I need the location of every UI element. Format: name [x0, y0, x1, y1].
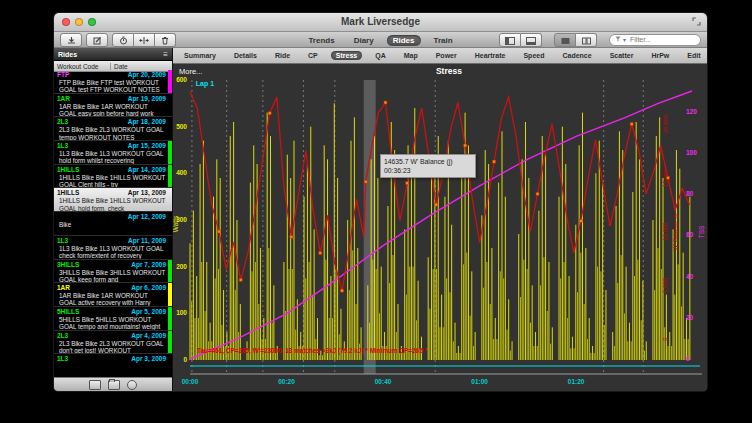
match-marker	[268, 112, 271, 115]
time-tick-label: 00:20	[278, 378, 295, 385]
ride-code: 1L3	[57, 142, 68, 150]
tab-speed[interactable]: Speed	[518, 51, 549, 60]
stopwatch-icon	[119, 31, 128, 49]
tab-summary[interactable]: Summary	[179, 51, 221, 60]
watts-tick-label: 600	[176, 76, 187, 83]
clock-icon[interactable]	[127, 380, 137, 390]
ride-row[interactable]: Apr 12, 2009Bike	[54, 212, 172, 236]
ride-code: 5HILLS	[57, 308, 79, 316]
stress-plot[interactable]: Lap 16005004003002001000Watts00:0000:200…	[173, 64, 708, 392]
style-toggle-group	[554, 33, 597, 47]
ride-date: Apr 19, 2009	[128, 95, 166, 103]
split-button[interactable]	[134, 33, 155, 47]
match-marker	[290, 235, 293, 238]
tss-tick-label: 0	[686, 355, 690, 362]
ride-color-stripe	[168, 165, 172, 188]
view-rides[interactable]: Rides	[387, 35, 421, 46]
stopwatch-button[interactable]	[112, 33, 134, 47]
filter-field[interactable]: ▾	[609, 34, 701, 46]
ride-row[interactable]: 3HILLSApr 7, 20093HILLS Bike Bike 3HILLS…	[54, 260, 172, 284]
funnel-icon	[615, 36, 621, 43]
lap-label: Lap 1	[196, 80, 214, 88]
tab-heartrate[interactable]: Heartrate	[470, 51, 511, 60]
ride-row[interactable]: FTPApr 20, 2009FTP Bike Bike FTP test WO…	[54, 70, 172, 94]
manual-entry-button[interactable]	[86, 33, 108, 47]
tab-ride[interactable]: Ride	[270, 51, 295, 60]
import-button[interactable]	[60, 33, 82, 47]
wbal-tick-label: 15,000	[662, 168, 668, 187]
time-tick-label: 01:20	[568, 378, 585, 385]
tabbed-view-icon	[561, 31, 570, 49]
tss-tick-label: 60	[686, 231, 694, 238]
ride-row[interactable]: 5HILLSApr 5, 20095HILLS Bike 5HILLS WORK…	[54, 307, 172, 331]
ride-code: 1AR	[57, 284, 70, 292]
ride-row[interactable]: 1L3Apr 15, 20091L3 Bike Bike 1L3 WORKOUT…	[54, 141, 172, 165]
ride-description: 2L3 Bike Bike 2L3 WORKOUT GOAL don't get…	[57, 340, 166, 355]
match-marker	[239, 278, 242, 281]
tab-power[interactable]: Power	[431, 51, 462, 60]
tiled-view-icon	[582, 31, 591, 49]
window-title: Mark Liversedge	[54, 13, 707, 31]
tab-qa[interactable]: QA	[370, 51, 391, 60]
lowbar-toggle-button[interactable]	[521, 33, 542, 47]
tss-tick-label: 40	[686, 273, 694, 280]
ride-date: Apr 3, 2009	[131, 355, 166, 363]
ride-row[interactable]: 1ARApr 19, 20091AR Bike Bike 1AR WORKOUT…	[54, 94, 172, 118]
view-trends[interactable]: Trends	[302, 35, 340, 46]
bottom-panel-icon	[526, 31, 536, 49]
tiled-view-button[interactable]	[576, 33, 597, 47]
filter-dropdown-arrow-icon[interactable]: ▾	[623, 36, 626, 43]
tabbed-view-button[interactable]	[554, 33, 576, 47]
column-header-workout-code[interactable]: Workout Code	[54, 63, 111, 70]
close-button[interactable]	[62, 18, 70, 26]
zoom-button[interactable]	[88, 18, 96, 26]
sidebar-toggle-button[interactable]	[499, 33, 521, 47]
delete-button[interactable]	[155, 33, 176, 47]
ride-row[interactable]: 1ARApr 6, 20091AR Bike Bike 1AR WORKOUT …	[54, 283, 172, 307]
ride-code: 3HILLS	[57, 261, 79, 269]
ride-description: 1AR Bike Bike 1AR WORKOUT GOAL easy spin…	[57, 103, 166, 118]
tab-stress[interactable]: Stress	[331, 51, 362, 60]
tab-details[interactable]: Details	[229, 51, 262, 60]
more-link[interactable]: More...	[179, 67, 202, 76]
tab-cp[interactable]: CP	[303, 51, 323, 60]
filter-input[interactable]	[628, 35, 695, 44]
ride-row[interactable]: 1L3Apr 11, 20091L3 Bike Bike 1L3 WORKOUT…	[54, 236, 172, 260]
tab-edit[interactable]: Edit	[682, 51, 705, 60]
sidebar-menu-icon[interactable]: ≡	[163, 50, 168, 59]
ride-row[interactable]: 2L3Apr 4, 20092L3 Bike Bike 2L3 WORKOUT …	[54, 331, 172, 355]
edit-icon	[93, 31, 102, 49]
watts-tick-label: 200	[176, 263, 187, 270]
title-bar[interactable]: Mark Liversedge	[54, 13, 707, 32]
ride-date: Apr 7, 2009	[131, 261, 166, 269]
view-diary[interactable]: Diary	[348, 35, 380, 46]
tooltip-value: 14635.7 W' Balance (j)	[384, 157, 472, 166]
match-marker	[435, 203, 438, 206]
folder-icon[interactable]	[108, 380, 120, 390]
ride-row[interactable]: 1HILLSApr 13, 20091HILLS Bike Bike 1HILL…	[54, 188, 172, 212]
view-train[interactable]: Train	[427, 35, 458, 46]
ride-description: 1HILLS Bike Bike 1HILLS WORKOUT GOAL Cle…	[57, 174, 166, 189]
thumbnails-icon[interactable]	[89, 380, 101, 390]
match-marker	[364, 180, 367, 183]
column-header-date[interactable]: Date	[111, 63, 128, 70]
ride-description: Bike	[57, 221, 166, 228]
toolbar-right-controls: ▾	[499, 33, 701, 47]
match-marker	[217, 230, 220, 233]
watts-tick-label: 400	[176, 169, 187, 176]
stress-chart[interactable]: More... Stress Lap 16005004003002001000W…	[173, 64, 708, 392]
ride-row[interactable]: 1HILLSApr 14, 20091HILLS Bike Bike 1HILL…	[54, 165, 172, 189]
fullscreen-icon[interactable]	[692, 17, 701, 26]
tab-hrpw[interactable]: HrPw	[646, 51, 674, 60]
tab-scatter[interactable]: Scatter	[605, 51, 639, 60]
ride-code: 2L3	[57, 332, 68, 340]
ride-row[interactable]: 2L3Apr 18, 20092L3 Bike Bike 2L3 WORKOUT…	[54, 117, 172, 141]
ride-row[interactable]: 1L3Apr 3, 2009	[54, 354, 172, 378]
window-controls	[62, 18, 96, 26]
minimize-button[interactable]	[75, 18, 83, 26]
tab-map[interactable]: Map	[399, 51, 423, 60]
ride-code: FTP	[57, 71, 69, 79]
ride-date: Apr 11, 2009	[128, 237, 166, 245]
time-tick-label: 00:00	[182, 378, 199, 385]
tab-cadence[interactable]: Cadence	[557, 51, 596, 60]
